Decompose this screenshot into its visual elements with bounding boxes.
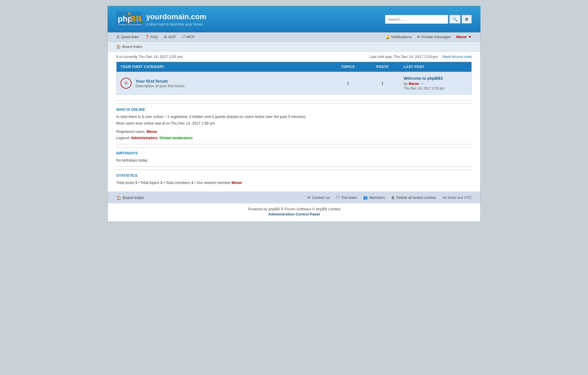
svg-point-4 bbox=[128, 12, 130, 15]
timezone-label: All times are UTC bbox=[442, 195, 472, 200]
administrators-link[interactable]: Administrators bbox=[131, 136, 157, 140]
powered-by: Powered by phpBB ® Forum Software © phpB… bbox=[108, 203, 480, 221]
breadcrumb-bar: 🏠 Board index bbox=[108, 42, 480, 52]
site-desc: A short text to describe your forum bbox=[146, 22, 206, 26]
divider-3 bbox=[116, 166, 472, 167]
powered-text: Powered by phpBB ® Forum Software © phpB… bbox=[248, 207, 340, 211]
shield-footer-icon: 🛡 bbox=[336, 195, 340, 200]
gear-icon: ⚙ bbox=[164, 35, 167, 39]
shield-icon: 🛡 bbox=[182, 35, 185, 39]
quick-links-menu[interactable]: ☰ Quick links bbox=[116, 35, 139, 39]
forum-icon: ≡ bbox=[121, 78, 131, 89]
breadcrumb-home[interactable]: 🏠 Board index bbox=[116, 44, 142, 49]
forum-section-header: YOUR FIRST CATEGORY TOPICS POSTS LAST PO… bbox=[117, 62, 471, 72]
search-area: 🔍 ⚙ bbox=[385, 15, 472, 24]
who-is-online-content: In total there is 1 user online :: 1 reg… bbox=[116, 114, 472, 141]
advanced-search-button[interactable]: ⚙ bbox=[462, 15, 472, 24]
forum-text: Your first forum Description of your fir… bbox=[136, 79, 185, 88]
admin-control-panel-link[interactable]: Administration Control Panel bbox=[116, 212, 472, 216]
last-post-by: by Meow ↗ bbox=[404, 81, 467, 86]
users-icon: 👥 bbox=[363, 195, 368, 200]
faq-link[interactable]: ❓ FAQ bbox=[145, 35, 158, 39]
dropdown-icon: ▼ bbox=[468, 35, 472, 39]
posts-count: 1 bbox=[365, 77, 400, 90]
svg-text:creating communities: creating communities bbox=[118, 23, 142, 26]
table-row: ≡ Your first forum Description of your f… bbox=[117, 72, 471, 94]
the-team-link[interactable]: 🛡 The team bbox=[336, 195, 357, 200]
divider-1 bbox=[116, 100, 472, 101]
status-bar: It is currently Thu Dec 14, 2017 2:03 pm… bbox=[108, 52, 480, 62]
contact-us-link[interactable]: ✉ Contact us bbox=[307, 195, 330, 200]
legend-label: Legend: bbox=[116, 136, 130, 140]
site-header: php BB creating communities yourdomain.c… bbox=[108, 6, 480, 32]
who-is-online-heading: WHO IS ONLINE bbox=[116, 107, 472, 112]
nav-right: 🔔 Notifications ✉ Private messages Meow … bbox=[385, 35, 472, 39]
forum-title-link[interactable]: Your first forum bbox=[136, 79, 185, 83]
registered-users-line: Registered users: Meow bbox=[116, 129, 472, 135]
footer-board-index[interactable]: 🏠 Board index bbox=[116, 195, 144, 200]
who-is-online-section: WHO IS ONLINE In total there is 1 user o… bbox=[116, 104, 472, 141]
logo-area: php BB creating communities yourdomain.c… bbox=[116, 11, 206, 27]
search-input[interactable] bbox=[385, 15, 448, 24]
last-post-user-link[interactable]: Meow bbox=[409, 81, 419, 86]
forum-desc: Description of your first forum. bbox=[136, 84, 185, 88]
private-messages-link[interactable]: ✉ Private messages bbox=[417, 35, 451, 39]
col-posts: POSTS bbox=[365, 62, 400, 72]
last-visit: Last visit was: Thu Dec 14, 2017 2:03 pm bbox=[370, 55, 438, 59]
nav-left: ☰ Quick links ❓ FAQ ⚙ ACP 🛡 MCP bbox=[116, 35, 195, 39]
username-label: Meow bbox=[456, 35, 467, 39]
nav-bar: ☰ Quick links ❓ FAQ ⚙ ACP 🛡 MCP 🔔 Notifi… bbox=[108, 32, 480, 42]
hamburger-icon: ☰ bbox=[116, 35, 120, 39]
col-topics: TOPICS bbox=[331, 62, 365, 72]
bell-icon: 🔔 bbox=[385, 35, 390, 39]
delete-cookies-link[interactable]: 🗑 Delete all board cookies bbox=[391, 195, 436, 200]
forum-section: YOUR FIRST CATEGORY TOPICS POSTS LAST PO… bbox=[116, 62, 472, 95]
current-time: It is currently Thu Dec 14, 2017 2:03 pm bbox=[116, 55, 183, 59]
birthdays-content: No birthdays today bbox=[116, 158, 472, 164]
global-moderators-link[interactable]: Global moderators bbox=[159, 136, 193, 140]
phpbb-link[interactable]: phpBB bbox=[268, 207, 280, 211]
site-info: yourdomain.com A short text to describe … bbox=[146, 12, 206, 26]
right-status: Last visit was: Thu Dec 14, 2017 2:03 pm… bbox=[370, 55, 472, 59]
question-icon: ❓ bbox=[145, 35, 149, 39]
members-link[interactable]: 👥 Members bbox=[363, 195, 385, 200]
mcp-link[interactable]: 🛡 MCP bbox=[182, 35, 195, 39]
max-users-line: Most users ever online was 2 on Thu Dec … bbox=[116, 121, 472, 127]
newest-member-link[interactable]: Meow bbox=[231, 180, 242, 185]
site-title: yourdomain.com bbox=[146, 12, 206, 21]
search-button[interactable]: 🔍 bbox=[449, 15, 461, 24]
topics-count: 1 bbox=[331, 77, 365, 90]
mark-forums-read[interactable]: Mark forums read bbox=[442, 55, 472, 59]
footer-left: 🏠 Board index bbox=[116, 195, 144, 200]
user-menu[interactable]: Meow ▼ bbox=[456, 35, 472, 39]
svg-text:BB: BB bbox=[130, 14, 142, 23]
category-name: YOUR FIRST CATEGORY bbox=[117, 62, 331, 72]
col-last-post: LAST POST bbox=[400, 62, 471, 72]
acp-link[interactable]: ⚙ ACP bbox=[164, 35, 176, 39]
birthdays-section: BIRTHDAYS No birthdays today bbox=[116, 147, 472, 164]
forum-info-cell: ≡ Your first forum Description of your f… bbox=[117, 74, 331, 93]
view-post-icon: ↗ bbox=[421, 82, 423, 86]
notifications-link[interactable]: 🔔 Notifications bbox=[385, 35, 412, 39]
envelope-icon: ✉ bbox=[417, 35, 420, 39]
statistics-heading: STATISTICS bbox=[116, 173, 472, 178]
footer-bar: 🏠 Board index ✉ Contact us 🛡 The team 👥 … bbox=[108, 192, 480, 203]
legend-line: Legend: Administrators, Global moderator… bbox=[116, 135, 472, 141]
registered-user-link[interactable]: Meow bbox=[147, 129, 157, 134]
divider-2 bbox=[116, 144, 472, 144]
phpbb-logo: php BB creating communities bbox=[116, 11, 142, 27]
statistics-content: Total posts 1 • Total topics 1 • Total m… bbox=[116, 180, 472, 186]
last-post-title-link[interactable]: Welcome to phpBB3 bbox=[404, 76, 443, 81]
trash-icon: 🗑 bbox=[391, 195, 395, 200]
footer-right: ✉ Contact us 🛡 The team 👥 Members 🗑 Dele… bbox=[307, 195, 472, 200]
statistics-section: STATISTICS Total posts 1 • Total topics … bbox=[116, 170, 472, 186]
last-post-date: Thu Dec 14, 2017 1:53 pm bbox=[404, 86, 467, 90]
last-post-cell: Welcome to phpBB3 by Meow ↗ Thu Dec 14, … bbox=[400, 72, 471, 94]
envelope-footer-icon: ✉ bbox=[307, 195, 310, 200]
home-icon: 🏠 bbox=[116, 44, 121, 49]
online-count-line: In total there is 1 user online :: 1 reg… bbox=[116, 114, 472, 120]
home-footer-icon: 🏠 bbox=[116, 195, 121, 200]
birthdays-heading: BIRTHDAYS bbox=[116, 151, 472, 155]
breadcrumb-label: Board index bbox=[122, 44, 142, 49]
